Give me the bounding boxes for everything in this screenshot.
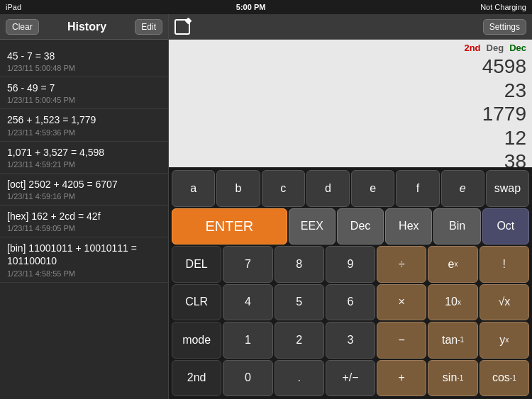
calculator-display: 2nd Deg Dec 4598231779123823 — [169, 40, 532, 167]
history-header: Clear History Edit — [0, 14, 168, 40]
key-2nd[interactable]: 2nd — [172, 360, 221, 397]
display-lines: 4598231779123823 — [174, 55, 526, 167]
status-left: iPad — [6, 3, 21, 11]
key-swap[interactable]: swap — [486, 170, 529, 207]
key-mul[interactable]: × — [377, 284, 426, 321]
history-expr: [oct] 2502 + 4205 = 6707 — [7, 178, 161, 191]
history-expr: 1,071 + 3,527 = 4,598 — [7, 146, 161, 159]
keypad: abcdefeswapENTEREEXDecHexBinOctDEL789÷ex… — [169, 167, 532, 399]
key-bin[interactable]: Bin — [433, 208, 480, 245]
history-item[interactable]: [hex] 162 + 2cd = 42f 1/23/11 4:59:05 PM — [0, 206, 168, 237]
key-7[interactable]: 7 — [223, 246, 272, 283]
key-row-2: DEL789÷ex! — [172, 246, 529, 283]
key-a[interactable]: a — [172, 170, 215, 207]
key-e-italic[interactable]: e — [441, 170, 484, 207]
calc-toolbar: Settings — [169, 14, 532, 40]
key-clr[interactable]: CLR — [172, 284, 221, 321]
calc-panel: Settings 2nd Deg Dec 4598231779123823 ab… — [169, 14, 532, 399]
mode-row: 2nd Deg Dec — [464, 43, 526, 53]
edit-button[interactable]: Edit — [135, 19, 162, 35]
history-time: 1/23/11 4:59:05 PM — [7, 224, 161, 232]
history-list: 45 - 7 = 38 1/23/11 5:00:48 PM 56 - 49 =… — [0, 40, 168, 399]
history-item[interactable]: [bin] 11001011 + 10010111 = 101100010 1/… — [0, 237, 168, 282]
history-item[interactable]: [oct] 2502 + 4205 = 6707 1/23/11 4:59:16… — [0, 174, 168, 206]
key-1[interactable]: 1 — [223, 322, 272, 359]
key-8[interactable]: 8 — [275, 246, 324, 283]
key-del[interactable]: DEL — [172, 246, 221, 283]
key-0[interactable]: 0 — [223, 360, 272, 397]
display-line: 4598 — [482, 55, 526, 79]
history-expr: [bin] 11001011 + 10010111 = 101100010 — [7, 242, 161, 267]
history-item[interactable]: 256 + 1,523 = 1,779 1/23/11 4:59:36 PM — [0, 109, 168, 141]
history-item[interactable]: 45 - 7 = 38 1/23/11 5:00:48 PM — [0, 45, 168, 77]
mode-2nd: 2nd — [464, 43, 480, 53]
key-mode[interactable]: mode — [172, 322, 221, 359]
key-eex[interactable]: EEX — [289, 208, 336, 245]
history-time: 1/23/11 4:59:21 PM — [7, 160, 161, 169]
key-c[interactable]: c — [262, 170, 305, 207]
key-oct[interactable]: Oct — [482, 208, 529, 245]
settings-button[interactable]: Settings — [483, 19, 526, 35]
key-row-1: ENTEREEXDecHexBinOct — [172, 208, 529, 245]
key-2[interactable]: 2 — [275, 322, 324, 359]
history-item[interactable]: 1,071 + 3,527 = 4,598 1/23/11 4:59:21 PM — [0, 142, 168, 174]
key-factorial[interactable]: ! — [480, 246, 529, 283]
key-ex[interactable]: ex — [428, 246, 477, 283]
key-sqrt[interactable]: √x — [480, 284, 529, 321]
key-plusminus[interactable]: +/− — [326, 360, 375, 397]
key-f[interactable]: f — [396, 170, 439, 207]
history-title: History — [67, 21, 106, 33]
edit-icon[interactable] — [174, 19, 190, 35]
status-device: iPad — [6, 3, 21, 11]
key-div[interactable]: ÷ — [377, 246, 426, 283]
key-add[interactable]: + — [377, 360, 426, 397]
history-time: 1/23/11 5:00:48 PM — [7, 64, 161, 72]
key-dec[interactable]: Dec — [337, 208, 384, 245]
status-right: Not Charging — [480, 3, 526, 11]
mode-dec: Dec — [509, 43, 526, 53]
key-b[interactable]: b — [216, 170, 260, 207]
key-3[interactable]: 3 — [326, 322, 375, 359]
key-row-3: CLR456×10x√x — [172, 284, 529, 321]
key-hex[interactable]: Hex — [385, 208, 432, 245]
mode-deg: Deg — [487, 43, 504, 53]
key-acos[interactable]: cos-1 — [480, 360, 529, 397]
history-time: 1/23/11 4:59:36 PM — [7, 128, 161, 137]
clear-button[interactable]: Clear — [6, 19, 39, 35]
key-row-5: 2nd0.+/−+sin-1cos-1 — [172, 360, 529, 397]
key-row-0: abcdefeswap — [172, 170, 529, 207]
key-6[interactable]: 6 — [326, 284, 375, 321]
history-expr: 56 - 49 = 7 — [7, 82, 161, 94]
status-bar: iPad 5:00 PM Not Charging — [0, 0, 532, 14]
key-4[interactable]: 4 — [223, 284, 272, 321]
key-5[interactable]: 5 — [275, 284, 324, 321]
key-dot[interactable]: . — [275, 360, 324, 397]
status-battery: Not Charging — [480, 3, 526, 11]
status-time: 5:00 PM — [236, 3, 266, 11]
key-9[interactable]: 9 — [326, 246, 375, 283]
key-sub[interactable]: − — [377, 322, 426, 359]
key-10x[interactable]: 10x — [428, 284, 477, 321]
display-line: 12 — [504, 126, 526, 150]
key-d[interactable]: d — [306, 170, 350, 207]
display-line: 23 — [504, 79, 526, 103]
key-row-4: mode123−tan-1yx — [172, 322, 529, 359]
display-line: 1779 — [482, 102, 526, 126]
key-asin[interactable]: sin-1 — [428, 360, 477, 397]
history-panel: Clear History Edit 45 - 7 = 38 1/23/11 5… — [0, 14, 169, 399]
key-atan[interactable]: tan-1 — [428, 322, 477, 359]
key-e[interactable]: e — [351, 170, 394, 207]
main-layout: Clear History Edit 45 - 7 = 38 1/23/11 5… — [0, 14, 532, 399]
history-expr: 45 - 7 = 38 — [7, 50, 161, 62]
history-item[interactable]: 56 - 49 = 7 1/23/11 5:00:45 PM — [0, 77, 168, 109]
history-time: 1/23/11 4:58:55 PM — [7, 269, 161, 278]
key-enter[interactable]: ENTER — [172, 208, 287, 245]
history-time: 1/23/11 4:59:16 PM — [7, 192, 161, 201]
key-yx[interactable]: yx — [480, 322, 529, 359]
history-expr: [hex] 162 + 2cd = 42f — [7, 210, 161, 223]
history-time: 1/23/11 5:00:45 PM — [7, 96, 161, 104]
display-line: 38 — [504, 150, 526, 167]
history-expr: 256 + 1,523 = 1,779 — [7, 113, 161, 126]
